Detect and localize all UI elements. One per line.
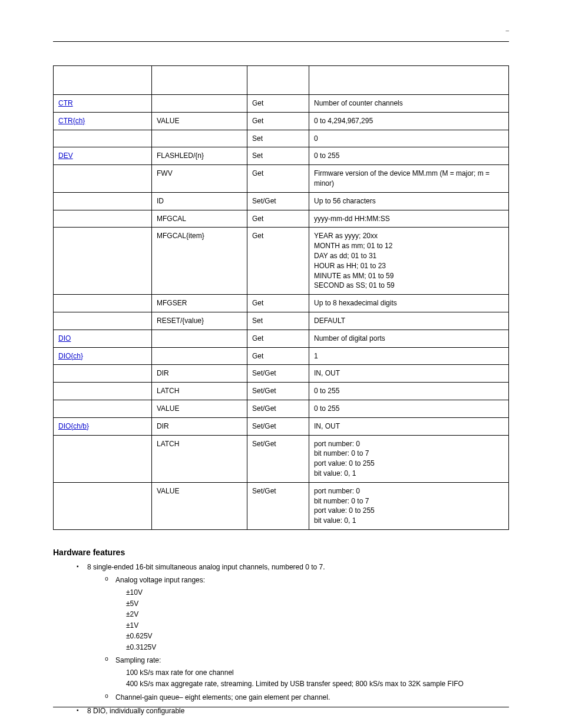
value-line: ±10V	[126, 587, 509, 598]
table-row: CTRGetNumber of counter channels	[54, 95, 509, 113]
hardware-title: Hardware features	[53, 548, 509, 557]
table-row: IDSet/GetUp to 56 characters	[54, 192, 509, 210]
cell-property: DIR	[152, 365, 247, 383]
cell-setget: Set/Get	[247, 482, 309, 529]
cell-property: FWV	[152, 165, 247, 193]
cell-value: port number: 0bit number: 0 to 7port val…	[309, 435, 509, 482]
table-row: LATCHSet/Get0 to 255	[54, 383, 509, 400]
list-item: 8 single-ended 16-bit simultaneous analo…	[77, 562, 509, 703]
cell-setget: Get	[247, 228, 309, 295]
sub-list-item: Channel-gain queue– eight elements; one …	[105, 692, 509, 703]
cell-component	[54, 228, 152, 295]
cell-value: 0 to 255	[309, 383, 509, 400]
cell-setget: Get	[247, 330, 309, 347]
cell-component: DIO{ch/b}	[54, 417, 152, 435]
value-block: 100 kS/s max rate for one channel400 kS/…	[115, 667, 509, 689]
cell-setget: Get	[247, 295, 309, 312]
list-text: 8 single-ended 16-bit simultaneous analo…	[87, 563, 325, 571]
cell-property: DIR	[152, 417, 247, 435]
cell-setget: Get	[247, 112, 309, 130]
value-block: ±10V±5V±2V±1V±0.625V±0.3125V	[115, 587, 509, 653]
cell-setget: Set/Get	[247, 365, 309, 383]
cell-component: CTR	[54, 95, 152, 113]
cell-setget: Set/Get	[247, 192, 309, 210]
cell-component: CTR{ch}	[54, 112, 152, 130]
table-row: MFGSERGetUp to 8 hexadecimal digits	[54, 295, 509, 312]
value-line: ±5V	[126, 598, 509, 610]
cell-property: RESET/{value}	[152, 312, 247, 330]
cell-value: 1	[309, 347, 509, 365]
cell-setget: Get	[247, 165, 309, 193]
table-row: RESET/{value}SetDEFAULT	[54, 312, 509, 330]
cell-property: LATCH	[152, 435, 247, 482]
sub-list: Analog voltage input ranges:±10V±5V±2V±1…	[87, 575, 509, 703]
value-line: ±0.3125V	[126, 642, 509, 653]
cell-component	[54, 192, 152, 210]
page-header: –	[53, 29, 509, 42]
table-row: VALUESet/Getport number: 0bit number: 0 …	[54, 482, 509, 529]
table-row: VALUESet/Get0 to 255	[54, 400, 509, 417]
cell-property: VALUE	[152, 482, 247, 529]
cell-component	[54, 482, 152, 529]
cell-property	[152, 347, 247, 365]
cell-value: 0 to 255	[309, 147, 509, 165]
cell-value: Number of digital ports	[309, 330, 509, 347]
table-row: DIO{ch}Get1	[54, 347, 509, 365]
cell-component: DIO{ch}	[54, 347, 152, 365]
col-setget	[247, 66, 309, 95]
cell-component	[54, 312, 152, 330]
cell-value: port number: 0bit number: 0 to 7port val…	[309, 482, 509, 529]
cell-value: 0 to 4,294,967,295	[309, 112, 509, 130]
cell-value: YEAR as yyyy; 20xxMONTH as mm; 01 to 12D…	[309, 228, 509, 295]
hardware-list: 8 single-ended 16-bit simultaneous analo…	[53, 562, 509, 716]
cell-setget: Set/Get	[247, 435, 309, 482]
cell-value: Number of counter channels	[309, 95, 509, 113]
sub-list-text: Analog voltage input ranges:	[115, 576, 205, 584]
component-link[interactable]: DIO{ch/b}	[58, 422, 89, 430]
cell-value: yyyy-mm-dd HH:MM:SS	[309, 210, 509, 228]
cell-setget: Set/Get	[247, 417, 309, 435]
cell-setget: Get	[247, 95, 309, 113]
cell-component	[54, 210, 152, 228]
cell-property: VALUE	[152, 112, 247, 130]
cell-property	[152, 130, 247, 147]
component-link[interactable]: DEV	[58, 151, 73, 160]
cell-setget: Set/Get	[247, 400, 309, 417]
cell-setget: Set	[247, 147, 309, 165]
value-line: ±2V	[126, 609, 509, 620]
component-link[interactable]: DIO{ch}	[58, 352, 83, 360]
cell-setget: Set/Get	[247, 383, 309, 400]
table-row: MFGCAL{item}GetYEAR as yyyy; 20xxMONTH a…	[54, 228, 509, 295]
cell-value: IN, OUT	[309, 365, 509, 383]
cell-property: MFGSER	[152, 295, 247, 312]
cell-component	[54, 435, 152, 482]
component-link[interactable]: DIO	[58, 334, 71, 342]
table-row: DIRSet/GetIN, OUT	[54, 365, 509, 383]
cell-value: 0	[309, 130, 509, 147]
table-row: MFGCALGetyyyy-mm-dd HH:MM:SS	[54, 210, 509, 228]
col-value	[309, 66, 509, 95]
component-link[interactable]: CTR{ch}	[58, 117, 85, 125]
cell-setget: Get	[247, 210, 309, 228]
cell-component: DIO	[54, 330, 152, 347]
cell-value: Firmware version of the device MM.mm (M …	[309, 165, 509, 193]
cell-setget: Set	[247, 130, 309, 147]
sub-list-text: Sampling rate:	[115, 656, 161, 664]
cell-component	[54, 365, 152, 383]
cell-component	[54, 383, 152, 400]
component-link[interactable]: CTR	[58, 99, 73, 107]
table-row: DEVFLASHLED/{n}Set0 to 255	[54, 147, 509, 165]
col-property	[152, 66, 247, 95]
cell-property: FLASHLED/{n}	[152, 147, 247, 165]
table-row: DIOGetNumber of digital ports	[54, 330, 509, 347]
cell-property: LATCH	[152, 383, 247, 400]
value-line: ±0.625V	[126, 631, 509, 642]
header-marker: –	[505, 27, 509, 34]
table-row: Set0	[54, 130, 509, 147]
table-row: DIO{ch/b}DIRSet/GetIN, OUT	[54, 417, 509, 435]
cell-property	[152, 95, 247, 113]
cell-value: Up to 8 hexadecimal digits	[309, 295, 509, 312]
cell-setget: Set	[247, 312, 309, 330]
table-row: CTR{ch}VALUEGet0 to 4,294,967,295	[54, 112, 509, 130]
sub-list-text: Channel-gain queue– eight elements; one …	[115, 693, 330, 701]
